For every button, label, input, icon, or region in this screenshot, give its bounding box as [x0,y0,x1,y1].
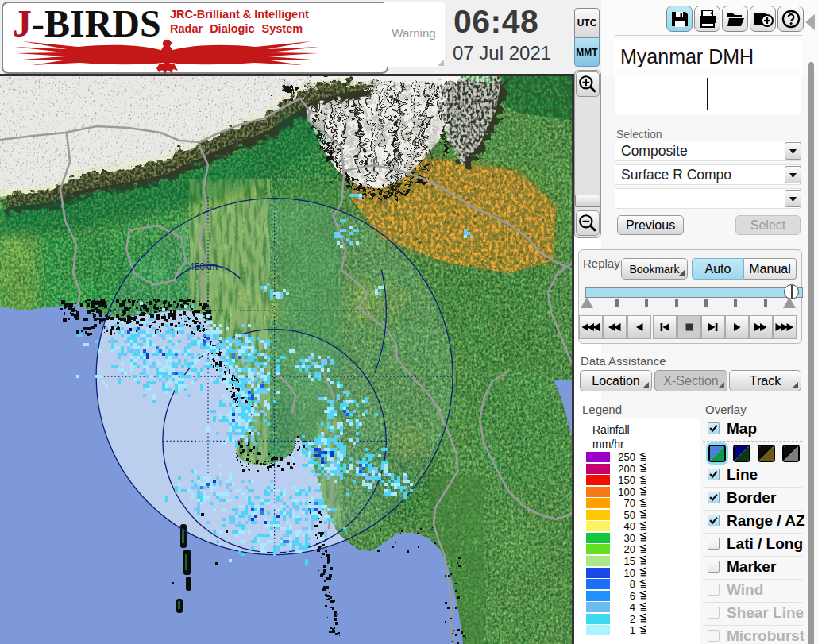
svg-text:450km: 450km [189,261,218,272]
